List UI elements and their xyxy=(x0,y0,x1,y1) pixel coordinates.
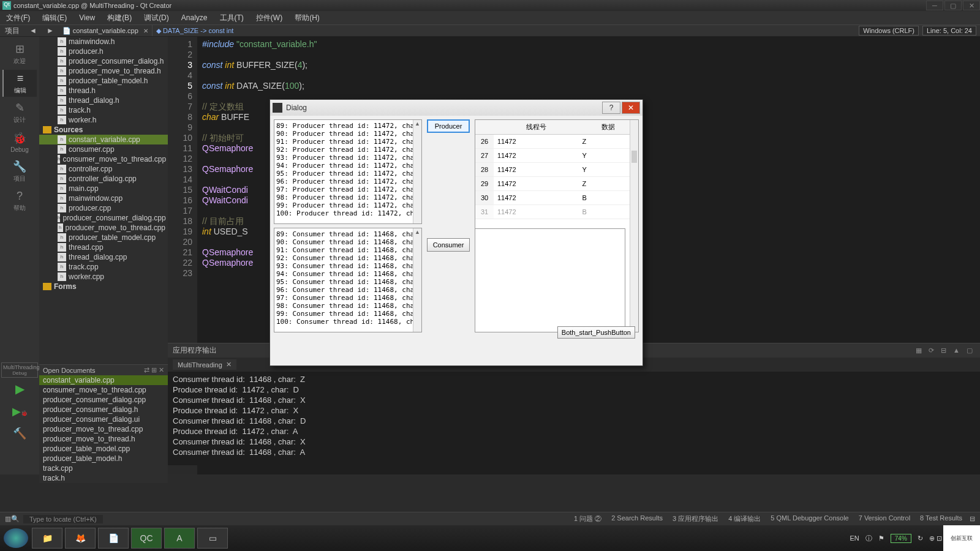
start-button[interactable] xyxy=(4,528,28,548)
status-item[interactable]: 3 应用程序输出 xyxy=(673,514,718,523)
mode-Debug[interactable]: 🐞Debug xyxy=(2,129,37,156)
status-item[interactable]: 4 编译输出 xyxy=(728,514,761,523)
open-doc-item[interactable]: constant_variable.cpp xyxy=(39,375,168,385)
mode-欢迎[interactable]: ⊞欢迎 xyxy=(2,40,37,67)
sources-folder[interactable]: Sources xyxy=(39,125,168,135)
close-tab-icon[interactable]: ✕ xyxy=(143,28,148,34)
forms-folder[interactable]: Forms xyxy=(39,282,168,291)
open-doc-item[interactable]: producer_table_model.h xyxy=(39,454,168,463)
open-doc-item[interactable]: producer_move_to_thread.cpp xyxy=(39,424,168,434)
symbol-path[interactable]: ◆ DATA_SIZE -> const int xyxy=(153,27,238,35)
tree-item[interactable]: hcontroller_dialog.cpp xyxy=(39,174,168,184)
open-docs-controls[interactable]: ⇄ ⊞ ✕ xyxy=(144,366,164,374)
tree-item[interactable]: hthread_dialog.h xyxy=(39,96,168,105)
nav-fwd-icon[interactable]: ► xyxy=(42,26,59,35)
status-item[interactable]: 5 QML Debugger Console xyxy=(771,514,848,523)
open-doc-item[interactable]: track.h xyxy=(39,473,168,483)
file-tab[interactable]: 📄 constant_variable.cpp ✕ xyxy=(59,25,153,36)
menu-item[interactable]: 工具(T) xyxy=(214,11,250,24)
locator-input[interactable]: Type to locate (Ctrl+K) xyxy=(23,515,103,523)
tree-item[interactable]: hthread.cpp xyxy=(39,242,168,252)
consumer-button[interactable]: Consumer xyxy=(427,238,470,252)
console[interactable]: Consumer thread id: 11468 , char: ZProdu… xyxy=(168,372,980,460)
battery-indicator[interactable]: 74% xyxy=(891,534,911,543)
close-button[interactable]: ✕ xyxy=(963,1,980,10)
close-output-tab-icon[interactable]: ✕ xyxy=(226,361,232,369)
firefox-icon[interactable]: 🦊 xyxy=(65,528,96,549)
output-controls[interactable]: ▦ ⟳ ⊟ ▲ ▢ xyxy=(916,347,975,354)
tree-item[interactable]: hproducer.h xyxy=(39,47,168,56)
dialog-taskbar-icon[interactable]: ▭ xyxy=(197,528,228,549)
mode-帮助[interactable]: ?帮助 xyxy=(2,187,37,214)
mode-设计[interactable]: ✎设计 xyxy=(2,99,37,126)
tree-item[interactable]: hproducer_table_model.cpp xyxy=(39,233,168,242)
tree-item[interactable]: hmain.cpp xyxy=(39,184,168,193)
open-doc-item[interactable]: producer_consumer_dialog.cpp xyxy=(39,395,168,405)
tree-item[interactable]: hworker.h xyxy=(39,115,168,125)
consumer-log[interactable]: 89: Consumer thread id: 11468, char: B 9… xyxy=(274,228,422,332)
table-row[interactable]: 3011472B xyxy=(475,191,638,205)
open-doc-item[interactable]: producer_consumer_dialog.h xyxy=(39,405,168,414)
tree-item[interactable]: hproducer_move_to_thread.h xyxy=(39,66,168,76)
table-row[interactable]: 2911472Z xyxy=(475,177,638,191)
info-icon[interactable]: ⓘ xyxy=(865,534,872,543)
tree-item[interactable]: hconsumer_move_to_thread.cpp xyxy=(39,154,168,164)
tree-item[interactable]: hthread.h xyxy=(39,86,168,96)
producer-button[interactable]: Producer xyxy=(427,119,470,133)
run-icon[interactable]: ▶ xyxy=(0,381,39,396)
open-doc-item[interactable]: producer_table_model.cpp xyxy=(39,444,168,454)
menu-item[interactable]: Analyze xyxy=(175,11,214,24)
tree-item[interactable]: hcontroller.cpp xyxy=(39,164,168,174)
both-start-button[interactable]: Both_start_PushButton xyxy=(557,326,635,339)
pdf-icon[interactable]: 📄 xyxy=(98,528,129,549)
table-row[interactable]: 2811472Y xyxy=(475,163,638,177)
menu-item[interactable]: 文件(F) xyxy=(0,11,36,24)
status-item[interactable]: 7 Version Control xyxy=(859,514,910,523)
menu-item[interactable]: 帮助(H) xyxy=(288,11,326,24)
app-icon-2[interactable]: A xyxy=(164,528,195,549)
minimize-button[interactable]: ─ xyxy=(926,1,943,10)
dialog-help-button[interactable]: ? xyxy=(602,102,620,114)
sync-icon[interactable]: ↻ xyxy=(918,534,923,542)
menu-item[interactable]: View xyxy=(73,11,101,24)
tree-item[interactable]: hproducer_consumer_dialog.h xyxy=(39,56,168,66)
status-item[interactable]: 2 Search Results xyxy=(611,514,663,523)
open-doc-item[interactable]: consumer_move_to_thread.cpp xyxy=(39,385,168,395)
menu-item[interactable]: 调试(D) xyxy=(138,11,175,24)
table-row[interactable]: 3111472B xyxy=(475,205,638,219)
tree-item[interactable]: htrack.cpp xyxy=(39,262,168,272)
sidebar-toggle-icon[interactable]: ▥ xyxy=(5,515,11,523)
tree-item[interactable]: hmainwindow.h xyxy=(39,37,168,47)
explorer-icon[interactable]: 📁 xyxy=(32,528,62,549)
tree-item[interactable]: hworker.cpp xyxy=(39,272,168,282)
tree-item[interactable]: hconstant_variable.cpp xyxy=(39,135,168,144)
build-icon[interactable]: 🔨 xyxy=(0,427,39,440)
tree-item[interactable]: hproducer_move_to_thread.cpp xyxy=(39,223,168,233)
tree-item[interactable]: hthread_dialog.cpp xyxy=(39,252,168,262)
menu-item[interactable]: 构建(B) xyxy=(101,11,138,24)
tree-item[interactable]: hmainwindow.cpp xyxy=(39,193,168,203)
menu-item[interactable]: 编辑(E) xyxy=(36,11,73,24)
shield-icon[interactable]: ⚑ xyxy=(878,534,884,542)
tree-item[interactable]: hconsumer.cpp xyxy=(39,144,168,154)
status-item[interactable]: 1 问题 ② xyxy=(574,514,601,523)
qtcreator-icon[interactable]: QC xyxy=(131,528,162,549)
tree-item[interactable]: hproducer.cpp xyxy=(39,203,168,213)
status-item[interactable]: 8 Test Results xyxy=(920,514,962,523)
close-output-icon[interactable]: ⊟ xyxy=(970,515,975,523)
run-target[interactable]: MultiThreading Debug ▶ ▶🐞 🔨 xyxy=(0,361,39,440)
tree-item[interactable]: htrack.h xyxy=(39,105,168,115)
line-ending[interactable]: Windows (CRLF) xyxy=(859,26,919,36)
open-doc-item[interactable]: track.cpp xyxy=(39,463,168,473)
open-doc-item[interactable]: producer_consumer_dialog.ui xyxy=(39,414,168,424)
open-doc-item[interactable]: producer_move_to_thread.h xyxy=(39,434,168,444)
menu-item[interactable]: 控件(W) xyxy=(250,11,288,24)
mode-项目[interactable]: 🔧项目 xyxy=(2,158,37,185)
maximize-button[interactable]: ▢ xyxy=(944,1,962,10)
table-row[interactable]: 2711472Y xyxy=(475,149,638,163)
tree-item[interactable]: hproducer_table_model.h xyxy=(39,76,168,86)
table-row[interactable]: 2611472Z xyxy=(475,135,638,149)
lang-indicator[interactable]: EN xyxy=(850,534,859,542)
dialog-close-button[interactable]: ✕ xyxy=(622,102,640,114)
mode-编辑[interactable]: ≡编辑 xyxy=(2,70,37,97)
